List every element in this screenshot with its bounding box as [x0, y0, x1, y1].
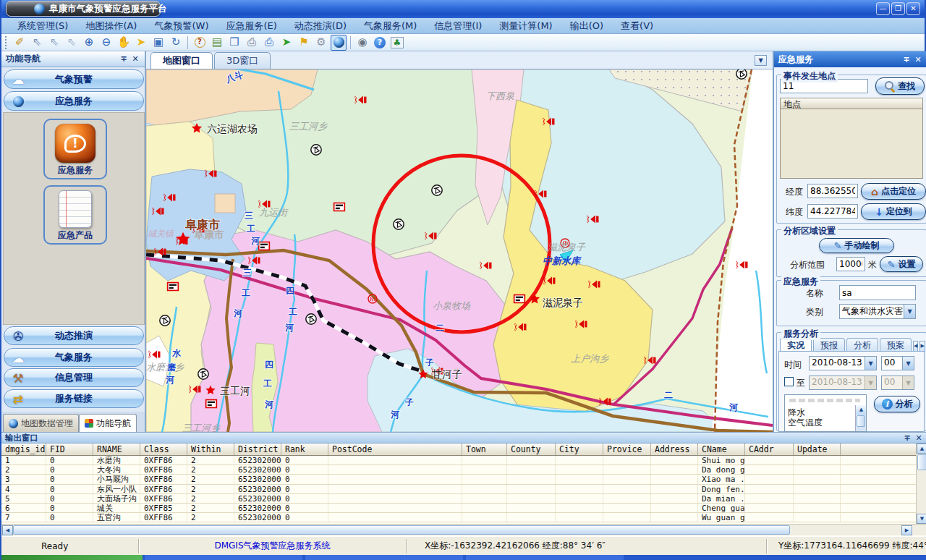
column-header-CAddr[interactable]: CAddr	[745, 444, 794, 455]
service-type-select[interactable]: 气象和洪水灾害▼	[839, 304, 916, 319]
menu-item-0[interactable]: 系统管理(S)	[9, 18, 77, 33]
identify-icon[interactable]: ?	[192, 35, 208, 51]
menu-item-9[interactable]: 查看(V)	[612, 18, 662, 33]
nav-tab-地图数据管理[interactable]: 地图数据管理	[3, 414, 79, 432]
element-list[interactable]: 降水空气温度 ▲	[784, 394, 867, 432]
end-hour-select[interactable]: 00▼	[881, 376, 914, 390]
close-icon[interactable]: ✕	[913, 55, 923, 64]
zoom-out-icon[interactable]: ⊖	[98, 35, 114, 51]
table-row[interactable]: 50大面场子沟0XFF8626523020000Da mian ...	[1, 494, 916, 504]
print-icon[interactable]: ⎙	[244, 35, 260, 51]
menu-item-6[interactable]: 信息管理(I)	[425, 18, 490, 33]
table-row[interactable]: 30小马厩沟0XFF8626523020000Xiao ma ...	[1, 475, 916, 484]
map-tab-地图窗口[interactable]: 地图窗口	[150, 52, 213, 69]
map-tab-dropdown-icon[interactable]: ▼	[755, 55, 767, 66]
set-range-button[interactable]: ✎设置	[880, 256, 923, 272]
nav-tab-功能导航[interactable]: 功能导航	[79, 414, 137, 432]
nav-group-气象服务[interactable]: ☁气象服务	[4, 348, 144, 367]
list-scrollbar[interactable]: ▲	[855, 405, 866, 431]
zoom-in-icon[interactable]: ⊕	[81, 35, 97, 51]
longitude-input[interactable]	[807, 184, 858, 198]
column-header-FID[interactable]: FID	[46, 444, 93, 455]
taskbar-task[interactable]	[305, 555, 463, 560]
scroll-up-icon[interactable]: ▲	[856, 405, 867, 415]
goto-location-button[interactable]: ↓定位到	[861, 203, 926, 220]
close-icon[interactable]: ✕	[914, 433, 924, 443]
emergency-service-button[interactable]: ! 应急服务	[43, 119, 107, 179]
column-header-PostCode[interactable]: PostCode	[328, 444, 462, 455]
close-icon[interactable]: ✕	[130, 54, 140, 64]
chevron-down-icon[interactable]: ▼	[865, 357, 876, 370]
column-header-City[interactable]: City	[556, 444, 603, 455]
pin-icon[interactable]: ∓	[119, 54, 129, 64]
nav-group-气象预警[interactable]: ☁气象预警	[4, 69, 144, 89]
taskbar-task[interactable]	[466, 555, 624, 560]
map-tab-3D窗口[interactable]: 3D窗口	[214, 52, 271, 69]
analysis-tab-预案[interactable]: 预案	[880, 338, 912, 352]
column-header-Address[interactable]: Address	[651, 444, 698, 455]
list-item-降水[interactable]: 降水	[785, 407, 866, 417]
nav-group-应急服务[interactable]: 应急服务	[4, 91, 144, 111]
menu-item-7[interactable]: 测量计算(M)	[490, 18, 561, 33]
emergency-product-button[interactable]: 应急产品	[43, 185, 107, 245]
tab-scroll-right-icon[interactable]: ▶	[919, 341, 925, 352]
scroll-right-icon[interactable]: ▶	[901, 525, 912, 535]
menu-item-8[interactable]: 输出(O)	[561, 18, 612, 33]
table-row[interactable]: 70五官沟0XFF8626523020000Wu guan gou	[1, 513, 916, 522]
select-arrow-icon[interactable]: ➤	[133, 35, 149, 51]
menu-item-4[interactable]: 动态推演(D)	[286, 18, 355, 33]
scroll-up-icon[interactable]: ▲	[917, 444, 926, 454]
scroll-down-icon[interactable]: ▼	[917, 514, 926, 524]
scene-icon[interactable]: ❒	[226, 35, 242, 51]
scroll-thumb[interactable]	[917, 454, 926, 470]
column-header-Town[interactable]: Town	[462, 444, 507, 455]
analysis-tab-分析[interactable]: 分析	[846, 338, 878, 352]
find-button[interactable]: 查找	[875, 77, 925, 95]
chevron-down-icon[interactable]: ▼	[904, 305, 915, 318]
table-row[interactable]: 10水磨沟0XFF8626523020000Shui mo gou	[1, 456, 916, 465]
pin-icon[interactable]: ∓	[902, 433, 912, 443]
help-icon[interactable]: ?	[372, 35, 388, 51]
refresh-icon[interactable]: ↻	[168, 35, 184, 51]
taskbar-task[interactable]	[145, 555, 302, 560]
minimize-button[interactable]: —	[876, 2, 890, 15]
location-list[interactable]	[780, 109, 923, 179]
range-input[interactable]	[836, 257, 865, 271]
column-header-County[interactable]: County	[507, 444, 556, 455]
scroll-left-icon[interactable]: ◀	[2, 525, 13, 535]
table-vertical-scrollbar[interactable]: ▲ ▼	[916, 444, 926, 524]
to-checkbox[interactable]	[784, 377, 794, 386]
menu-item-5[interactable]: 气象服务(M)	[355, 18, 425, 33]
column-header-Rank[interactable]: Rank	[281, 444, 328, 455]
map-canvas[interactable]: 八斗六运湖农场三工河乡下西泉阜康市城关镇阜康市九运街小泉牧场滋泥泉子中新水库滋泥…	[146, 69, 773, 432]
column-header-Update[interactable]: Update	[794, 444, 841, 455]
service-name-input[interactable]	[839, 285, 916, 300]
column-header-Provice[interactable]: Provice	[603, 444, 651, 455]
measure-icon[interactable]: ✐	[12, 35, 27, 51]
table-row[interactable]: 20大冬沟0XFF8626523020000Da dong gou	[1, 465, 916, 475]
close-button[interactable]: ✕	[906, 2, 920, 15]
table-row[interactable]: 40东风一小队0XFF8626523020000Dong fen...	[1, 485, 916, 494]
column-header-District[interactable]: District	[234, 444, 281, 455]
pan-icon[interactable]: ✋	[116, 35, 132, 51]
table-row[interactable]: 60城关0XFF8526523020000Cheng guan	[1, 504, 916, 513]
export-image-icon[interactable]: ♣	[389, 35, 405, 51]
click-locate-button[interactable]: ⌂点击定位	[861, 183, 926, 200]
nav-group-动态推演[interactable]: ✇动态推演	[4, 326, 144, 345]
column-header-Within[interactable]: Within	[187, 444, 234, 455]
menu-item-1[interactable]: 地图操作(A)	[77, 18, 145, 33]
chevron-down-icon[interactable]: ▼	[902, 357, 914, 370]
manual-draw-button[interactable]: ✎手动绘制	[819, 238, 894, 253]
scroll-thumb[interactable]	[857, 415, 865, 427]
full-extent-icon[interactable]: ▣	[150, 35, 166, 51]
toolbar-grip[interactable]	[5, 36, 9, 49]
globe-icon[interactable]	[331, 35, 347, 51]
nav-group-服务链接[interactable]: ⇄服务链接	[4, 389, 144, 408]
eye-icon[interactable]: ◉	[354, 35, 370, 51]
pin-icon[interactable]: ∓	[901, 55, 912, 64]
select-rect-icon[interactable]: ⇖	[29, 35, 45, 51]
restore-button[interactable]: ❐	[891, 2, 905, 15]
list-item-空气温度[interactable]: 空气温度	[785, 417, 866, 428]
tab-scroll-left-icon[interactable]: ◀	[913, 341, 918, 352]
column-header-dmgis_id[interactable]: dmgis_id	[1, 444, 46, 455]
